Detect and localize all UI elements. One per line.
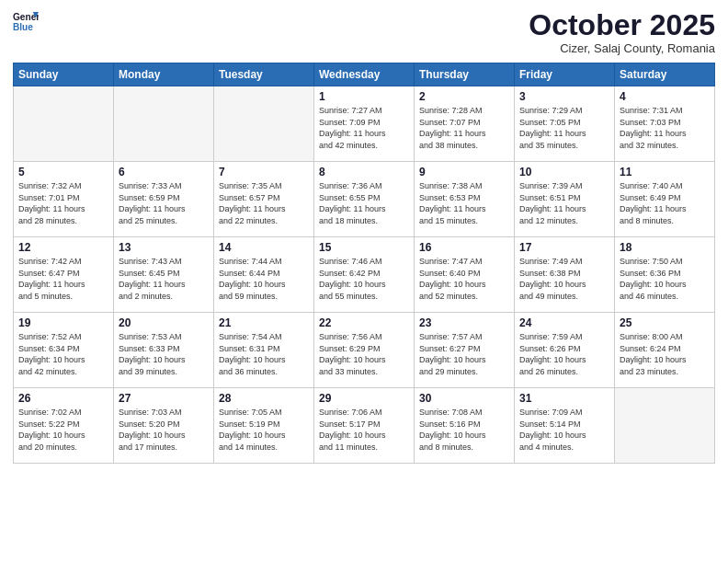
day-info: Sunrise: 7:08 AM Sunset: 5:16 PM Dayligh… [419, 407, 509, 453]
location: Cizer, Salaj County, Romania [529, 41, 715, 55]
day-info: Sunrise: 7:44 AM Sunset: 6:44 PM Dayligh… [219, 256, 309, 302]
day-info: Sunrise: 7:35 AM Sunset: 6:57 PM Dayligh… [219, 180, 309, 226]
calendar-cell: 2Sunrise: 7:28 AM Sunset: 7:07 PM Daylig… [415, 86, 515, 162]
svg-text:Blue: Blue [13, 22, 33, 32]
day-info: Sunrise: 7:40 AM Sunset: 6:49 PM Dayligh… [620, 180, 710, 226]
logo: General Blue [13, 9, 39, 35]
day-number: 28 [219, 392, 309, 405]
day-number: 20 [119, 316, 209, 329]
day-info: Sunrise: 8:00 AM Sunset: 6:24 PM Dayligh… [620, 331, 710, 377]
calendar-cell: 24Sunrise: 7:59 AM Sunset: 6:26 PM Dayli… [515, 313, 615, 388]
calendar-table: SundayMondayTuesdayWednesdayThursdayFrid… [13, 63, 715, 464]
day-info: Sunrise: 7:52 AM Sunset: 6:34 PM Dayligh… [18, 331, 108, 377]
calendar-week-row: 5Sunrise: 7:32 AM Sunset: 7:01 PM Daylig… [14, 162, 715, 237]
day-number: 15 [319, 241, 409, 254]
calendar-week-row: 19Sunrise: 7:52 AM Sunset: 6:34 PM Dayli… [14, 313, 715, 388]
day-number: 30 [419, 392, 509, 405]
day-info: Sunrise: 7:27 AM Sunset: 7:09 PM Dayligh… [319, 105, 409, 151]
weekday-header: Friday [515, 63, 615, 86]
day-number: 12 [18, 241, 108, 254]
weekday-header: Saturday [615, 63, 715, 86]
day-number: 17 [519, 241, 609, 254]
weekday-header: Wednesday [314, 63, 415, 86]
calendar-cell: 28Sunrise: 7:05 AM Sunset: 5:19 PM Dayli… [214, 388, 314, 464]
calendar-cell: 31Sunrise: 7:09 AM Sunset: 5:14 PM Dayli… [515, 388, 615, 464]
day-info: Sunrise: 7:59 AM Sunset: 6:26 PM Dayligh… [519, 331, 609, 377]
weekday-header: Monday [114, 63, 214, 86]
day-number: 22 [319, 316, 409, 329]
calendar-cell: 7Sunrise: 7:35 AM Sunset: 6:57 PM Daylig… [214, 162, 314, 237]
calendar-cell: 20Sunrise: 7:53 AM Sunset: 6:33 PM Dayli… [114, 313, 214, 388]
day-info: Sunrise: 7:38 AM Sunset: 6:53 PM Dayligh… [419, 180, 509, 226]
calendar-cell: 18Sunrise: 7:50 AM Sunset: 6:36 PM Dayli… [615, 237, 715, 313]
day-number: 18 [620, 241, 710, 254]
day-number: 6 [119, 166, 209, 178]
day-info: Sunrise: 7:02 AM Sunset: 5:22 PM Dayligh… [18, 407, 108, 453]
day-info: Sunrise: 7:03 AM Sunset: 5:20 PM Dayligh… [119, 407, 209, 453]
calendar-week-row: 26Sunrise: 7:02 AM Sunset: 5:22 PM Dayli… [14, 388, 715, 464]
calendar-cell: 22Sunrise: 7:56 AM Sunset: 6:29 PM Dayli… [314, 313, 415, 388]
calendar-header-row: SundayMondayTuesdayWednesdayThursdayFrid… [14, 63, 715, 86]
month-title: October 2025 [529, 9, 715, 41]
logo-icon: General Blue [13, 9, 39, 35]
calendar-cell: 21Sunrise: 7:54 AM Sunset: 6:31 PM Dayli… [214, 313, 314, 388]
day-number: 10 [519, 166, 609, 178]
day-info: Sunrise: 7:50 AM Sunset: 6:36 PM Dayligh… [620, 256, 710, 302]
page: General Blue October 2025 Cizer, Salaj C… [0, 0, 728, 563]
calendar-cell [114, 86, 214, 162]
day-info: Sunrise: 7:54 AM Sunset: 6:31 PM Dayligh… [219, 331, 309, 377]
calendar-cell: 15Sunrise: 7:46 AM Sunset: 6:42 PM Dayli… [314, 237, 415, 313]
day-number: 26 [18, 392, 108, 405]
calendar-cell: 3Sunrise: 7:29 AM Sunset: 7:05 PM Daylig… [515, 86, 615, 162]
title-block: October 2025 Cizer, Salaj County, Romani… [529, 9, 715, 55]
day-number: 31 [519, 392, 609, 405]
calendar-cell: 26Sunrise: 7:02 AM Sunset: 5:22 PM Dayli… [14, 388, 114, 464]
day-info: Sunrise: 7:32 AM Sunset: 7:01 PM Dayligh… [18, 180, 108, 226]
day-number: 5 [18, 166, 108, 178]
day-number: 23 [419, 316, 509, 329]
calendar-cell: 12Sunrise: 7:42 AM Sunset: 6:47 PM Dayli… [14, 237, 114, 313]
calendar-cell: 23Sunrise: 7:57 AM Sunset: 6:27 PM Dayli… [415, 313, 515, 388]
day-number: 21 [219, 316, 309, 329]
day-number: 2 [419, 90, 509, 103]
day-info: Sunrise: 7:56 AM Sunset: 6:29 PM Dayligh… [319, 331, 409, 377]
calendar-cell: 11Sunrise: 7:40 AM Sunset: 6:49 PM Dayli… [615, 162, 715, 237]
weekday-header: Thursday [415, 63, 515, 86]
day-info: Sunrise: 7:33 AM Sunset: 6:59 PM Dayligh… [119, 180, 209, 226]
calendar-cell: 1Sunrise: 7:27 AM Sunset: 7:09 PM Daylig… [314, 86, 415, 162]
day-number: 3 [519, 90, 609, 103]
calendar-cell: 9Sunrise: 7:38 AM Sunset: 6:53 PM Daylig… [415, 162, 515, 237]
day-info: Sunrise: 7:47 AM Sunset: 6:40 PM Dayligh… [419, 256, 509, 302]
day-info: Sunrise: 7:06 AM Sunset: 5:17 PM Dayligh… [319, 407, 409, 453]
calendar-cell: 29Sunrise: 7:06 AM Sunset: 5:17 PM Dayli… [314, 388, 415, 464]
calendar-cell: 10Sunrise: 7:39 AM Sunset: 6:51 PM Dayli… [515, 162, 615, 237]
calendar-cell: 16Sunrise: 7:47 AM Sunset: 6:40 PM Dayli… [415, 237, 515, 313]
calendar-cell [214, 86, 314, 162]
day-info: Sunrise: 7:09 AM Sunset: 5:14 PM Dayligh… [519, 407, 609, 453]
calendar-cell: 17Sunrise: 7:49 AM Sunset: 6:38 PM Dayli… [515, 237, 615, 313]
calendar-cell: 14Sunrise: 7:44 AM Sunset: 6:44 PM Dayli… [214, 237, 314, 313]
calendar-cell: 4Sunrise: 7:31 AM Sunset: 7:03 PM Daylig… [615, 86, 715, 162]
day-info: Sunrise: 7:43 AM Sunset: 6:45 PM Dayligh… [119, 256, 209, 302]
weekday-header: Tuesday [214, 63, 314, 86]
day-number: 4 [620, 90, 710, 103]
day-number: 9 [419, 166, 509, 178]
calendar-week-row: 12Sunrise: 7:42 AM Sunset: 6:47 PM Dayli… [14, 237, 715, 313]
day-info: Sunrise: 7:57 AM Sunset: 6:27 PM Dayligh… [419, 331, 509, 377]
calendar-cell: 19Sunrise: 7:52 AM Sunset: 6:34 PM Dayli… [14, 313, 114, 388]
day-info: Sunrise: 7:36 AM Sunset: 6:55 PM Dayligh… [319, 180, 409, 226]
calendar-cell: 5Sunrise: 7:32 AM Sunset: 7:01 PM Daylig… [14, 162, 114, 237]
calendar-cell: 6Sunrise: 7:33 AM Sunset: 6:59 PM Daylig… [114, 162, 214, 237]
calendar-cell [615, 388, 715, 464]
day-number: 14 [219, 241, 309, 254]
day-number: 11 [620, 166, 710, 178]
day-number: 7 [219, 166, 309, 178]
calendar-cell: 27Sunrise: 7:03 AM Sunset: 5:20 PM Dayli… [114, 388, 214, 464]
day-number: 13 [119, 241, 209, 254]
calendar-cell: 30Sunrise: 7:08 AM Sunset: 5:16 PM Dayli… [415, 388, 515, 464]
day-info: Sunrise: 7:39 AM Sunset: 6:51 PM Dayligh… [519, 180, 609, 226]
calendar-week-row: 1Sunrise: 7:27 AM Sunset: 7:09 PM Daylig… [14, 86, 715, 162]
calendar-cell: 8Sunrise: 7:36 AM Sunset: 6:55 PM Daylig… [314, 162, 415, 237]
header: General Blue October 2025 Cizer, Salaj C… [13, 9, 715, 55]
day-info: Sunrise: 7:49 AM Sunset: 6:38 PM Dayligh… [519, 256, 609, 302]
